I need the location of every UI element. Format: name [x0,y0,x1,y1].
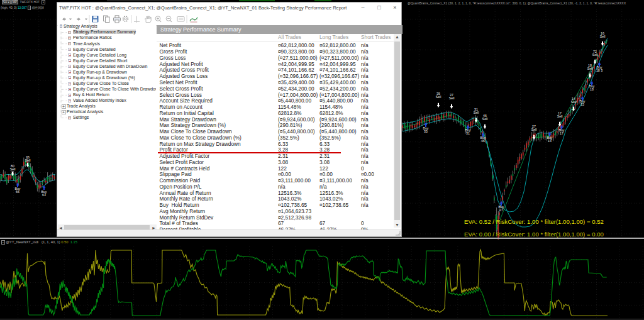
svg-text:27: 27 [499,208,503,212]
svg-text:31: 31 [466,131,470,135]
svg-text:63: 63 [42,193,46,197]
svg-text:46: 46 [481,139,485,143]
svg-text:Sell: Sell [557,114,563,118]
svg-text:Sell: Sell [600,35,606,38]
svg-text:Sell: Sell [474,111,479,114]
svg-text:Sell: Sell [25,158,31,162]
svg-text:18 3: 18 3 [596,69,602,72]
svg-text:35: 35 [424,130,428,133]
svg-text:18: 18 [590,87,594,91]
svg-text:Sell: Sell [592,53,598,57]
svg-text:Sell: Sell [482,117,488,121]
svg-text:14: 14 [548,139,552,143]
svg-text:Sell: Sell [531,128,537,131]
svg-text:Sell: Sell [587,67,593,70]
svg-text:17: 17 [560,131,564,135]
svg-text:Sell: Sell [571,100,577,104]
svg-text:Sell: Sell [10,167,16,171]
svg-text:66: 66 [16,190,19,194]
svg-text:Sell: Sell [449,96,455,100]
svg-text:15: 15 [580,102,584,106]
svg-text:Sell: Sell [436,95,441,99]
